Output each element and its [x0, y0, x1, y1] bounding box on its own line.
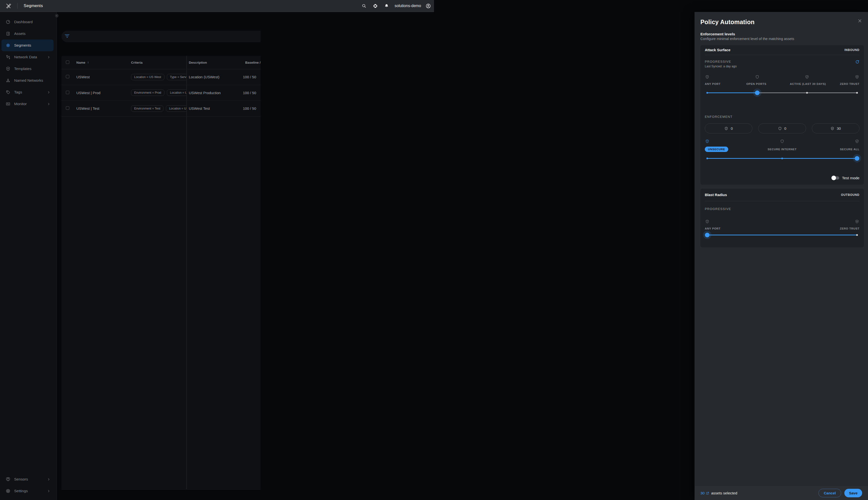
- network-data-icon: [5, 55, 11, 59]
- column-header-description[interactable]: Description: [187, 61, 232, 65]
- sidebar-item-dashboard[interactable]: Dashboard: [1, 16, 54, 28]
- search-icon[interactable]: [362, 3, 367, 8]
- table-row[interactable]: USWest | TestEnvironment = TestLocation …: [61, 101, 261, 116]
- row-checkbox[interactable]: [66, 75, 69, 78]
- templates-icon: [5, 66, 11, 71]
- cell-description: USWest Production: [187, 91, 232, 95]
- sidebar-item-label: Segments: [14, 43, 50, 47]
- topbar-divider: [17, 3, 18, 9]
- assets-icon: [5, 31, 11, 36]
- cell-description: USWest Test: [187, 106, 232, 111]
- table-row[interactable]: USWestLocation = US WestType = ServerLoc…: [61, 69, 261, 85]
- sidebar-item-label: Assets: [14, 32, 50, 36]
- cell-name: USWest | Prod: [76, 91, 131, 95]
- cell-name: USWest: [76, 75, 131, 79]
- column-divider: [187, 56, 187, 250]
- cell-criteria: Location = US WestType = Server: [131, 74, 187, 80]
- account-avatar-icon[interactable]: [426, 3, 431, 9]
- sort-ascending-icon: ↑: [87, 60, 89, 65]
- cell-name: USWest | Test: [76, 106, 131, 111]
- chevron-right-icon: [47, 91, 50, 94]
- sidebar-item-segments[interactable]: Segments: [1, 39, 54, 51]
- table-body: USWestLocation = US WestType = ServerLoc…: [61, 69, 261, 116]
- sidebar-item-label: Network Data: [14, 55, 47, 59]
- table-toolbar: [61, 31, 261, 42]
- criteria-chip: Type = Server: [167, 74, 187, 80]
- criteria-chip: Environment = Test: [131, 105, 164, 112]
- cell-criteria: Environment = TestLocation = US: [131, 105, 187, 112]
- table-row[interactable]: USWest | ProdEnvironment = ProdLocation …: [61, 85, 261, 101]
- sidebar-item-label: Monitor: [14, 102, 47, 106]
- cell-criteria: Environment = ProdLocation = US: [131, 90, 187, 96]
- column-header-name[interactable]: Name↑: [76, 60, 131, 65]
- topbar-actions: solutions-demo: [355, 3, 434, 9]
- dashboard-icon: [5, 20, 11, 24]
- sidebar-item-label: Named Networks: [14, 78, 50, 83]
- row-checkbox[interactable]: [66, 91, 69, 94]
- table-header-row: Name↑CriteriaDescriptionBaseline /: [61, 56, 261, 69]
- sidebar-collapse-button[interactable]: [55, 14, 58, 18]
- notifications-icon[interactable]: [384, 4, 389, 8]
- criteria-chip: Location = US: [167, 90, 187, 96]
- column-header-baseline[interactable]: Baseline /: [232, 61, 261, 65]
- cell-baseline: 100 / 50: [232, 75, 261, 79]
- criteria-chip: Environment = Prod: [131, 90, 165, 96]
- sidebar-item-monitor[interactable]: Monitor: [1, 98, 54, 110]
- criteria-chip: Location = US: [166, 105, 187, 112]
- help-icon[interactable]: [373, 3, 378, 9]
- segments-table: Name↑CriteriaDescriptionBaseline / USWes…: [61, 56, 261, 250]
- chevron-right-icon: [47, 102, 50, 106]
- column-header-criteria[interactable]: Criteria: [131, 61, 187, 65]
- page-title: Segments: [24, 3, 43, 8]
- account-name[interactable]: solutions-demo: [395, 4, 421, 8]
- monitor-icon: [5, 101, 11, 106]
- select-all-checkbox[interactable]: [66, 60, 69, 64]
- chevron-left-icon: [56, 15, 58, 17]
- sidebar: DashboardAssetsSegmentsNetwork DataTempl…: [0, 12, 57, 250]
- row-checkbox[interactable]: [66, 106, 69, 110]
- tags-icon: [5, 90, 11, 95]
- cell-baseline: 100 / 50: [232, 106, 261, 111]
- sidebar-item-label: Tags: [14, 90, 47, 94]
- sidebar-item-named-networks[interactable]: Named Networks: [1, 75, 54, 86]
- sidebar-item-label: Templates: [14, 67, 50, 71]
- sidebar-item-label: Dashboard: [14, 20, 50, 24]
- sidebar-item-network-data[interactable]: Network Data: [1, 51, 54, 63]
- criteria-chip: Location = US West: [131, 74, 165, 80]
- top-bar: Segments solutions-demo: [0, 0, 434, 12]
- named-networks-icon: [5, 78, 11, 83]
- cell-description: Location (USWest): [187, 75, 232, 79]
- sidebar-item-assets[interactable]: Assets: [1, 28, 54, 39]
- main-content: Name↑CriteriaDescriptionBaseline / USWes…: [57, 12, 261, 250]
- app-logo-icon[interactable]: [5, 3, 11, 9]
- segments-icon: [5, 43, 11, 48]
- chevron-right-icon: [47, 55, 50, 59]
- filter-button[interactable]: [64, 34, 70, 39]
- sidebar-item-tags[interactable]: Tags: [1, 86, 54, 98]
- sidebar-item-templates[interactable]: Templates: [1, 63, 54, 75]
- sidebar-nav: DashboardAssetsSegmentsNetwork DataTempl…: [0, 12, 57, 110]
- cell-baseline: 100 / 50: [232, 91, 261, 95]
